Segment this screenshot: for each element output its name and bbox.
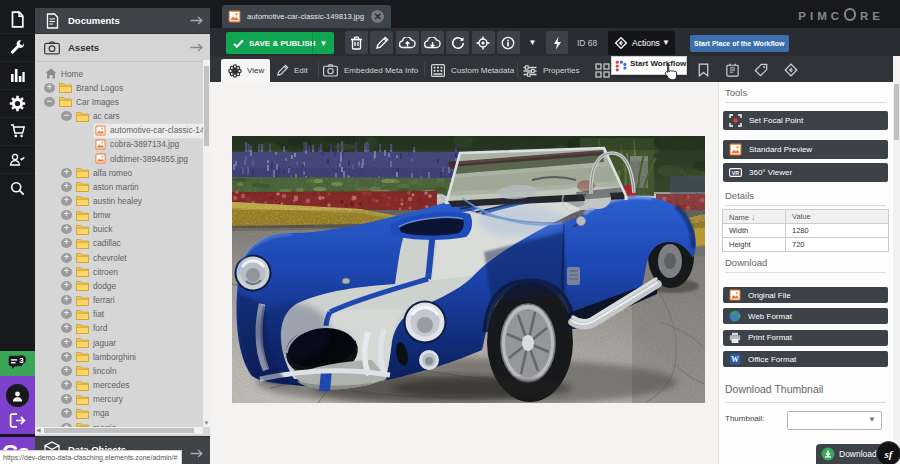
svg-text:sf: sf [884, 448, 894, 460]
svg-text:W: W [731, 355, 739, 364]
svg-text:VR: VR [732, 170, 740, 176]
svg-text:3: 3 [19, 356, 24, 365]
